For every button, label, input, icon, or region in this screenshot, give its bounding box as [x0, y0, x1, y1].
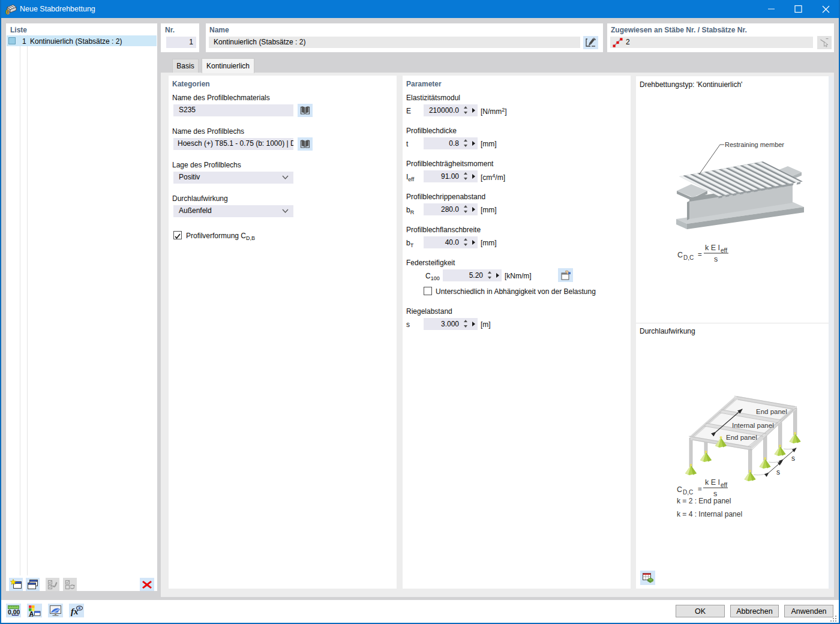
svg-text:Restraining member: Restraining member [725, 141, 784, 148]
svg-text:C: C [677, 251, 683, 259]
svg-text:Internal panel: Internal panel [732, 422, 774, 429]
svg-text:s: s [714, 255, 718, 263]
svg-text:D,C: D,C [683, 489, 693, 496]
svg-text:6: 6 [6, 8, 10, 16]
svg-text:eff: eff [721, 247, 727, 254]
svg-text:End panel: End panel [726, 434, 757, 441]
svg-text:=: = [698, 485, 702, 493]
svg-text:End panel: End panel [756, 408, 787, 415]
svg-text:eff: eff [721, 482, 727, 488]
svg-text:s: s [791, 454, 795, 463]
svg-text:C: C [677, 485, 682, 494]
svg-text:k E I: k E I [705, 478, 720, 487]
svg-text:fx: fx [71, 607, 79, 616]
svg-text:0,00: 0,00 [8, 608, 20, 616]
svg-text:D,C: D,C [683, 254, 694, 261]
svg-text:k E I: k E I [705, 244, 720, 252]
svg-text:A: A [29, 610, 34, 617]
svg-text:k = 4 : Internal panel: k = 4 : Internal panel [677, 510, 742, 518]
svg-text:=: = [698, 251, 702, 258]
svg-text:k = 2 : End panel: k = 2 : End panel [677, 497, 731, 505]
svg-text:s: s [776, 468, 780, 476]
